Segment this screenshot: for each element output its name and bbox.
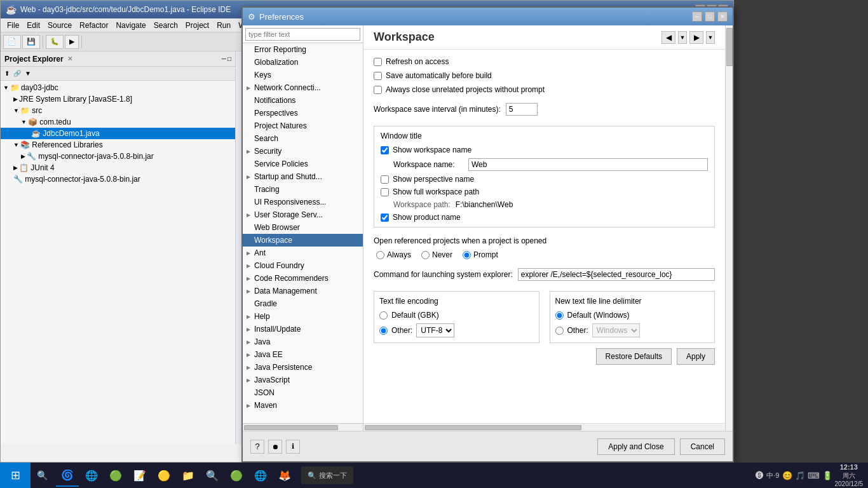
nav-tree[interactable]: Error Reporting Globalization Keys ▶ Net… <box>243 43 363 423</box>
panel-max-btn[interactable]: □ <box>227 55 231 62</box>
menu-edit[interactable]: Edit <box>23 20 44 31</box>
taskbar-app-folder[interactable]: 📁 <box>177 464 200 487</box>
nav-item-code-recommenders[interactable]: ▶ Code Recommenders <box>243 272 363 285</box>
info-icon-btn[interactable]: ℹ <box>286 440 300 454</box>
command-input[interactable] <box>518 268 715 281</box>
menu-source[interactable]: Source <box>44 20 76 31</box>
nav-item-project-natures[interactable]: Project Natures <box>243 119 363 132</box>
taskbar-app-yellow[interactable]: 🟡 <box>153 464 175 487</box>
filter-input[interactable] <box>245 28 360 41</box>
other-delimiter-radio[interactable] <box>555 327 564 335</box>
tree-item[interactable]: ☕ JdbcDemo1.java <box>1 128 235 139</box>
taskbar-app-search[interactable]: 🔍 <box>201 464 224 487</box>
taskbar-app-word[interactable]: 📝 <box>128 464 151 487</box>
taskbar-search-icon[interactable]: 🔍 <box>31 464 53 487</box>
nav-item-service-policies[interactable]: Service Policies <box>243 158 363 170</box>
project-explorer-close[interactable]: ✕ <box>67 55 72 62</box>
view-menu-icon[interactable]: ▼ <box>24 69 32 78</box>
never-radio[interactable] <box>421 251 430 259</box>
record-icon-btn[interactable]: ⏺ <box>268 440 282 454</box>
save-interval-input[interactable] <box>506 103 538 116</box>
save-btn[interactable]: 💾 <box>22 35 40 49</box>
delimiter-select[interactable]: Windows <box>592 323 640 337</box>
tray-icon-3[interactable]: 🎵 <box>795 471 805 480</box>
content-scrollbar-v[interactable] <box>725 25 733 431</box>
nav-item-globalization[interactable]: Globalization <box>243 56 363 69</box>
nav-fwd-dropdown-btn[interactable]: ▼ <box>706 31 715 44</box>
nav-item-workspace[interactable]: Workspace <box>243 234 363 247</box>
always-radio[interactable] <box>376 251 384 259</box>
nav-item-network[interactable]: ▶ Network Connecti... <box>243 81 363 94</box>
nav-item-javascript[interactable]: ▶ JavaScript <box>243 374 363 386</box>
collapse-all-icon[interactable]: ⬆ <box>3 69 11 78</box>
tray-icon-2[interactable]: 😊 <box>782 471 792 480</box>
dialog-maximize-btn[interactable]: □ <box>705 11 715 22</box>
link-with-editor-icon[interactable]: 🔗 <box>12 69 22 78</box>
nav-scrollbar[interactable] <box>243 423 363 431</box>
taskbar-app-spiral[interactable]: 🌀 <box>56 464 79 487</box>
taskbar-app-browser2[interactable]: 🌐 <box>249 464 272 487</box>
default-gbk-radio[interactable] <box>379 311 388 320</box>
tree-item[interactable]: ▶ 🔧 mysql-connector-java-5.0.8-bin.jar <box>1 151 235 162</box>
nav-item-user-storage[interactable]: ▶ User Storage Serv... <box>243 208 363 221</box>
run-btn[interactable]: ▶ <box>65 35 79 49</box>
dialog-minimize-btn[interactable]: ─ <box>692 11 702 22</box>
debug-btn[interactable]: 🐛 <box>46 35 64 49</box>
nav-back-btn[interactable]: ◀ <box>661 31 675 44</box>
nav-item-perspectives[interactable]: Perspectives <box>243 107 363 119</box>
close-unrelated-checkbox[interactable] <box>374 86 382 94</box>
nav-item-gradle[interactable]: Gradle <box>243 297 363 310</box>
nav-item-help[interactable]: ▶ Help <box>243 310 363 323</box>
nav-item-web-browser[interactable]: Web Browser <box>243 221 363 234</box>
nav-item-tracing[interactable]: Tracing <box>243 183 363 196</box>
panel-min-btn[interactable]: ─ <box>222 55 226 62</box>
nav-item-security[interactable]: ▶ Security <box>243 145 363 158</box>
taskbar-app-firefox[interactable]: 🦊 <box>273 464 296 487</box>
prompt-radio[interactable] <box>463 251 471 259</box>
tree-item[interactable]: ▶ JRE System Library [JavaSE-1.8] <box>1 93 235 105</box>
nav-item-error-reporting[interactable]: Error Reporting <box>243 43 363 56</box>
nav-dropdown-btn[interactable]: ▼ <box>678 31 687 44</box>
other-encoding-radio[interactable] <box>379 327 388 335</box>
menu-file[interactable]: File <box>3 20 23 31</box>
taskbar-app-green[interactable]: 🟢 <box>104 464 127 487</box>
encoding-select[interactable]: UTF-8 <box>416 323 454 337</box>
show-product-checkbox[interactable] <box>381 214 389 222</box>
nav-item-cloud-foundry[interactable]: ▶ Cloud Foundry <box>243 259 363 272</box>
nav-item-json[interactable]: JSON <box>243 386 363 399</box>
taskbar-clock[interactable]: 12:13 周六 2020/12/5 <box>835 463 864 488</box>
taskbar-app-ie[interactable]: 🌐 <box>80 464 103 487</box>
start-button[interactable]: ⊞ <box>0 463 31 488</box>
tree-item[interactable]: ▼ 📦 com.tedu <box>1 116 235 128</box>
menu-search[interactable]: Search <box>150 20 182 31</box>
default-windows-radio[interactable] <box>555 311 564 320</box>
nav-item-search[interactable]: Search <box>243 132 363 145</box>
project-explorer-tree[interactable]: ▼ 📁 day03-jdbc ▶ JRE System Library [Jav… <box>1 81 235 444</box>
apply-and-close-btn[interactable]: Apply and Close <box>597 438 674 455</box>
apply-btn[interactable]: Apply <box>677 348 715 365</box>
tree-item[interactable]: ▼ 📁 day03-jdbc <box>1 82 235 93</box>
content-scrollbar-h[interactable] <box>363 423 725 431</box>
nav-forward-btn[interactable]: ▶ <box>689 31 703 44</box>
nav-item-java[interactable]: ▶ Java <box>243 336 363 348</box>
taskbar-app-green2[interactable]: 🟢 <box>225 464 248 487</box>
dialog-close-btn[interactable]: ✕ <box>717 11 728 22</box>
workspace-name-input[interactable] <box>468 158 708 171</box>
tray-icon-4[interactable]: ⌨ <box>808 471 820 480</box>
tree-item[interactable]: ▼ 📚 Referenced Libraries <box>1 139 235 151</box>
nav-item-ant[interactable]: ▶ Ant <box>243 247 363 259</box>
show-full-path-checkbox[interactable] <box>381 188 389 196</box>
nav-item-ui-responsiveness[interactable]: UI Responsiveness... <box>243 196 363 208</box>
refresh-on-access-checkbox[interactable] <box>374 58 382 66</box>
save-auto-checkbox[interactable] <box>374 72 382 80</box>
help-icon-btn[interactable]: ? <box>250 440 264 454</box>
menu-run[interactable]: Run <box>213 20 234 31</box>
restore-defaults-btn[interactable]: Restore Defaults <box>596 348 672 365</box>
tray-icon-1[interactable]: 🅢 <box>756 471 764 480</box>
cancel-btn[interactable]: Cancel <box>680 438 725 455</box>
nav-item-data-management[interactable]: ▶ Data Management <box>243 285 363 297</box>
menu-refactor[interactable]: Refactor <box>76 20 112 31</box>
nav-item-java-persistence[interactable]: ▶ Java Persistence <box>243 361 363 374</box>
nav-item-keys[interactable]: Keys <box>243 69 363 81</box>
tray-icon-5[interactable]: 🔋 <box>822 471 832 480</box>
